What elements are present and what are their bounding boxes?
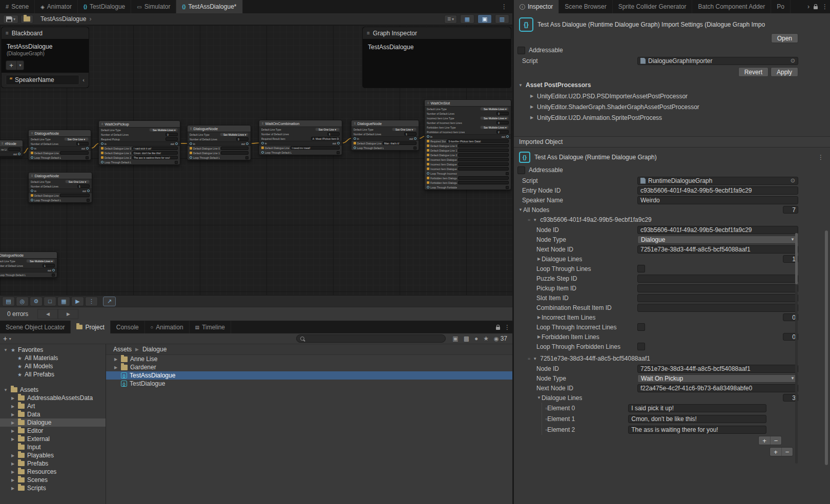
collapse-icon[interactable]: ≡ xyxy=(2,142,4,145)
more-menu-icon[interactable]: ⋮ xyxy=(822,3,828,10)
collapse-icon[interactable]: ≡ xyxy=(427,101,429,104)
foldout-arrow-icon[interactable]: ▶ xyxy=(10,421,15,425)
input-port[interactable]: in xyxy=(354,137,359,140)
prev-error-button[interactable]: ◀ xyxy=(37,309,58,319)
edge[interactable] xyxy=(252,143,259,143)
next-error-button[interactable]: ▶ xyxy=(58,309,78,319)
graph-node-field[interactable]: Default Line TypeSay Multiple Lines ▾ xyxy=(188,132,251,137)
postprocessor-item[interactable]: ▶ UnityEditor.ShaderGraph.ShaderGraphAss… xyxy=(514,101,830,112)
log-icon[interactable]: ● xyxy=(474,335,478,342)
graph-node-field[interactable]: Number of Default Lines3 xyxy=(188,137,251,141)
graph-node[interactable]: ≡DialogueNodeDefault Line TypeSay Multip… xyxy=(187,125,251,160)
foldout-arrow-icon[interactable]: ▶ xyxy=(10,437,15,442)
panel-tab[interactable]: Po xyxy=(771,0,791,13)
output-port[interactable]: out xyxy=(48,269,55,272)
puzzle-step-field[interactable] xyxy=(637,275,798,283)
minimap-toggle-button[interactable]: ▥ xyxy=(495,14,509,24)
graph-node-field[interactable]: Forbidden Item Line TypeSay Multiple Lin… xyxy=(425,125,511,130)
node-id-field[interactable]: c93b5606-401f-49a2-99b5-9ecbf1fa9c29 xyxy=(637,226,798,234)
graph-node-field[interactable]: Number of Default Lines1 xyxy=(29,184,92,188)
output-port[interactable]: out xyxy=(409,137,417,140)
next-node-field[interactable]: f22a475e-4c2f-41c6-9b73-6a83498abfe0 xyxy=(637,384,798,392)
blackboard-panel[interactable]: ≡ Blackboard TestAssDialogue (DialogueGr… xyxy=(1,27,89,88)
more-menu-icon[interactable]: ⋮ xyxy=(818,154,824,161)
graph-node-toggle[interactable]: Loop Through Default Lines? xyxy=(0,272,57,277)
blackboard-header[interactable]: ≡ Blackboard xyxy=(2,27,89,39)
node-type-dropdown[interactable]: Wait On Pickup▼ xyxy=(637,374,798,383)
dialogue-lines-foldout[interactable]: ▼Dialogue Lines3 xyxy=(514,393,830,403)
checkbox[interactable] xyxy=(337,151,340,154)
add-element-button[interactable]: + xyxy=(759,436,770,445)
foldout-arrow-icon[interactable]: ▶ xyxy=(529,104,534,109)
foldout-arrow-icon[interactable]: ▶ xyxy=(10,404,15,409)
editor-tab[interactable]: TestDialogue xyxy=(78,0,131,13)
collapse-icon[interactable]: ≡ xyxy=(31,132,33,135)
graph-node-field[interactable]: Default Dialogue Line 0I said pick it up… xyxy=(99,146,180,151)
info-panel-icon[interactable]: ◎ xyxy=(16,297,29,306)
blackboard-property-name[interactable]: SpeakerName xyxy=(15,76,54,83)
folder-tree-item[interactable]: ▶ Data xyxy=(0,410,106,418)
graph-node-field[interactable]: Number of Default Lines3 xyxy=(425,111,511,116)
drag-handle-icon[interactable]: = xyxy=(528,356,530,361)
graph-node-title[interactable]: ≡DialogueNode xyxy=(351,120,419,127)
postprocessors-foldout[interactable]: ▼ Asset PostProcessors xyxy=(514,79,830,91)
expand-property-icon[interactable]: ‹ xyxy=(82,77,85,83)
graph-node[interactable]: ≡DialogueNodeDefault Line TypeSay One Li… xyxy=(351,120,419,151)
remove-element-button[interactable]: − xyxy=(770,436,781,445)
graph-node-field[interactable]: Default Dialogue Line xyxy=(29,151,91,155)
panel-tab[interactable]: Inspector xyxy=(514,0,559,13)
graph-node-field[interactable]: Incorrect Item Line TypeSay Multiple Lin… xyxy=(425,116,511,120)
graph-node-field[interactable]: Number of Default Lines1 xyxy=(0,263,57,268)
folder-tree-item[interactable]: ▶ Resources xyxy=(0,468,106,476)
assets-root[interactable]: ▼ Assets xyxy=(0,386,106,394)
add-property-button[interactable]: + xyxy=(6,60,17,70)
foldout-arrow-icon[interactable]: ▶ xyxy=(529,94,534,98)
favorite-item[interactable]: All Materials xyxy=(0,354,106,362)
panel-tab[interactable]: Scene Browser xyxy=(559,0,612,13)
folder-tree-item[interactable]: ▶ Scenes xyxy=(0,476,106,484)
scrollbar-thumb[interactable] xyxy=(825,230,828,465)
graph-node-title[interactable]: ≡DialogueNode xyxy=(29,173,92,179)
favorites-root[interactable]: ▼ Favorites xyxy=(0,346,106,354)
blackboard-toggle-button[interactable]: ▦ xyxy=(460,14,474,24)
output-port[interactable]: out xyxy=(81,147,89,150)
folder-tree-item[interactable]: ▶ Input xyxy=(0,443,106,451)
graph-node-field[interactable]: Number of Default Lines1 xyxy=(351,132,419,136)
window-panel-icon[interactable]: □ xyxy=(44,297,56,306)
checkbox[interactable] xyxy=(52,274,55,277)
output-port[interactable]: out xyxy=(82,190,90,193)
graph-node-field[interactable]: Required Result ItemA_Meat (Pickup Item … xyxy=(259,136,342,141)
graph-node-field[interactable]: Default Dialogue Line 0 xyxy=(425,143,511,148)
graph-node-field[interactable]: Default Line TypeSay Multiple Lines ▾ xyxy=(425,107,511,111)
graph-node-toggle[interactable]: Loop Through Forbidden Item Lines? xyxy=(425,185,511,190)
breadcrumb-item[interactable]: TestAssDialogue xyxy=(40,15,86,23)
editor-tab[interactable]: TestAssDialogue* xyxy=(176,0,242,13)
editor-tab[interactable]: Simulator xyxy=(131,0,176,13)
asset-list-item[interactable]: ▶ Gardener xyxy=(106,363,512,371)
folder-tree-item[interactable]: ▶ External xyxy=(0,435,106,443)
graph-node[interactable]: ≡rtNodene Linesout xyxy=(0,140,23,157)
list-scrollbar[interactable] xyxy=(795,233,798,464)
object-picker-icon[interactable]: ⊙ xyxy=(791,177,795,184)
input-port[interactable]: in xyxy=(31,147,36,150)
folder-tree-item[interactable]: ▶ Art xyxy=(0,402,106,410)
graph-node-field[interactable]: Required SlotS-bonfire (Pickup Item Data… xyxy=(425,139,511,143)
graph-node-toggle[interactable]: Loop Through Incorrect Item Lines? xyxy=(425,171,511,176)
foldout-arrow-icon[interactable]: ▶ xyxy=(10,478,15,482)
play-icon[interactable]: ▶ xyxy=(71,297,84,306)
graph-node-field[interactable]: ne Lines xyxy=(0,147,23,152)
graph-node-field[interactable]: Required Pickup xyxy=(99,137,180,141)
graph-node-field[interactable]: Default Dialogue LineMan, that's it! xyxy=(351,141,419,145)
folder-tree-item[interactable]: ▶ Playables xyxy=(0,451,106,459)
search-input[interactable] xyxy=(307,335,442,342)
object-picker-icon[interactable]: ⊙ xyxy=(791,57,795,64)
addressable-checkbox[interactable] xyxy=(517,47,525,54)
collapse-icon[interactable]: ≡ xyxy=(354,122,356,125)
graph-node-title[interactable]: ≡DialogueNode xyxy=(0,252,57,259)
more-menu-icon[interactable]: ⋮ xyxy=(501,3,507,10)
collapse-icon[interactable]: ≡ xyxy=(101,122,103,125)
element-field[interactable]: The ass is waiting there for you! xyxy=(628,426,766,434)
slot-item-field[interactable] xyxy=(637,294,798,302)
graph-node-field[interactable]: Incorrect Item Dialogue Line 1 xyxy=(425,162,511,166)
collapse-icon[interactable]: ≡ xyxy=(262,122,264,125)
